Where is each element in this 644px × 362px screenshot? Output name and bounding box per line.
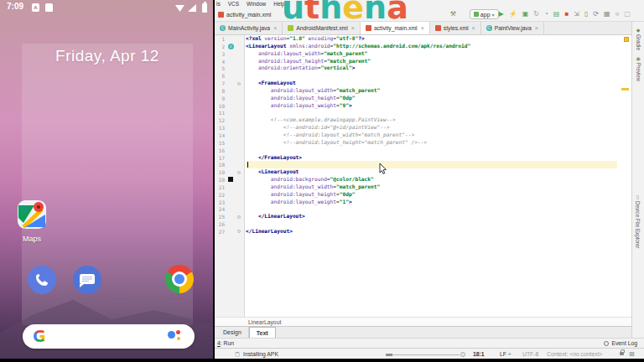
- tab-mainactivity-java[interactable]: CMainActivity.java×: [215, 22, 283, 34]
- stripe-label: Device File Explorer: [635, 201, 641, 248]
- menu-vcs[interactable]: VCS: [228, 1, 239, 7]
- date-widget[interactable]: Friday, Apr 12: [0, 47, 215, 65]
- gutter-row: 3: [215, 50, 244, 58]
- project-structure-icon[interactable]: ▦: [604, 10, 610, 18]
- code-line: android:background="@color/black": [246, 176, 617, 184]
- right-tool-stripe: ◆Gradle◉Preview: [631, 22, 644, 338]
- gutter-row: 13: [215, 124, 244, 132]
- maps-app-icon[interactable]: G Maps: [15, 199, 49, 243]
- line-number: 6: [215, 73, 225, 79]
- gutter-row: 2c: [215, 43, 244, 50]
- file-encoding[interactable]: UTF-8: [522, 351, 538, 357]
- avd-manager-icon[interactable]: ▯: [584, 10, 588, 18]
- line-number: 27: [215, 229, 225, 235]
- fold-marker-icon[interactable]: [237, 215, 241, 219]
- line-number: 24: [215, 206, 225, 212]
- tab-close-icon[interactable]: ×: [472, 25, 475, 31]
- run-tool-window-button[interactable]: 4: Run: [217, 340, 234, 346]
- run-app-icon[interactable]: ▶: [499, 10, 504, 18]
- menu-window[interactable]: Window: [247, 1, 266, 7]
- google-search-bar[interactable]: G: [23, 324, 195, 349]
- scrollbar-warning-mark[interactable]: [621, 88, 629, 90]
- profiler-icon[interactable]: ◔: [544, 10, 548, 18]
- code-line: </LinearLayout>: [246, 213, 617, 220]
- code-line: <!--android:id="@+id/paintView"-->: [246, 124, 617, 132]
- fold-marker-icon[interactable]: [237, 230, 241, 233]
- color-preview-icon[interactable]: [228, 177, 233, 182]
- tab-close-icon[interactable]: ×: [351, 25, 355, 31]
- menu-ls[interactable]: ls: [216, 1, 221, 7]
- tab-close-icon[interactable]: ×: [421, 25, 424, 31]
- code-editor[interactable]: 12c3456789101112131415161718192021222324…: [215, 35, 631, 317]
- run-config-dropdown[interactable]: app ▾: [470, 9, 499, 19]
- tab-activity_main-xml[interactable]: activity_main.xml×: [361, 22, 430, 34]
- stripe-item-gradle[interactable]: ◆Gradle: [632, 27, 644, 50]
- stripe-item-device-file-explorer[interactable]: ▯Device File Explorer: [635, 194, 641, 248]
- fold-marker-icon[interactable]: [237, 171, 241, 174]
- code-line: <!--android:layout_width="match_parent"-…: [246, 132, 617, 139]
- run-config-label: app: [480, 12, 491, 18]
- context-indicator[interactable]: Context: <no context>: [547, 351, 603, 357]
- debug-icon[interactable]: ▣: [522, 10, 529, 18]
- screen: 7:09 A Friday, Apr 12 G Maps: [0, 0, 644, 362]
- tab-styles-xml[interactable]: styles.xml×: [430, 22, 481, 34]
- progress-spinner-icon: [235, 352, 240, 357]
- component-gutter-icon: c: [228, 44, 234, 49]
- mouse-cursor: [379, 163, 387, 174]
- code-line: android:layout_width="match_parent": [246, 184, 617, 191]
- code-line: android:layout_width="match_parent": [246, 87, 617, 95]
- menu-help[interactable]: Help: [273, 1, 284, 7]
- line-number: 1: [215, 36, 225, 42]
- menu-bar: lsVCSWindowHelp: [215, 0, 644, 8]
- tab-androidmanifest-xml[interactable]: AndroidManifest.xml×: [283, 22, 361, 34]
- profile-avatar-icon[interactable]: ▢: [624, 10, 631, 18]
- sync-project-icon[interactable]: ⟳: [593, 10, 599, 18]
- code-line: [246, 147, 617, 154]
- gutter-row: 14: [215, 132, 244, 139]
- wifi-icon: [175, 4, 184, 12]
- line-separator[interactable]: LF ÷: [500, 351, 512, 357]
- line-number: 13: [215, 125, 225, 131]
- stripe-item-preview[interactable]: ◉Preview: [632, 55, 644, 81]
- notification-icon: A: [32, 3, 39, 12]
- line-number: 3: [215, 51, 225, 57]
- line-number: 4: [215, 59, 225, 65]
- tab-close-icon[interactable]: ×: [273, 25, 277, 31]
- fold-marker-icon[interactable]: [237, 82, 241, 85]
- apply-changes-icon[interactable]: ⚡: [509, 10, 517, 18]
- lock-icon[interactable]: [620, 352, 624, 355]
- progress-cancel-icon[interactable]: [460, 352, 465, 357]
- code-line: android:layout_weight="9">: [246, 102, 617, 110]
- tab-design[interactable]: Design: [216, 327, 249, 338]
- gutter-row: 20: [215, 176, 244, 184]
- messages-app-icon[interactable]: [73, 266, 101, 294]
- element-breadcrumb[interactable]: LinearLayout: [215, 317, 644, 326]
- gutter-row: 12: [215, 116, 244, 124]
- code-line: </FrameLayout>: [246, 154, 617, 162]
- assistant-icon[interactable]: [168, 329, 183, 344]
- inspection-status-icon[interactable]: [624, 37, 629, 42]
- tab-label: PaintView.java: [495, 25, 532, 31]
- tab-close-icon[interactable]: ×: [535, 25, 538, 31]
- indexing-icon[interactable]: ⊞: [629, 350, 635, 358]
- line-number: 25: [215, 214, 225, 220]
- emulator-status-bar: 7:09 A: [0, 0, 213, 15]
- tab-text[interactable]: Text: [249, 327, 276, 338]
- stripe-label: Preview: [636, 63, 641, 81]
- event-log-button[interactable]: Event Log: [604, 340, 637, 346]
- search-everywhere-icon[interactable]: ○: [615, 10, 620, 18]
- install-icon[interactable]: ▤: [553, 10, 560, 18]
- attach-debugger-icon[interactable]: ⇲: [574, 10, 579, 18]
- phone-app-icon[interactable]: [28, 266, 56, 294]
- maps-label: Maps: [15, 235, 49, 243]
- navbar-file[interactable]: activity_main.xml: [226, 12, 271, 18]
- chrome-app-icon[interactable]: [165, 265, 194, 293]
- coverage-icon[interactable]: ↻: [533, 10, 539, 18]
- run-tool-window-bar: 4: Run Event Log: [215, 338, 644, 348]
- build-hammer-icon[interactable]: ⚒: [450, 10, 456, 18]
- line-number: 22: [215, 192, 225, 198]
- line-number: 21: [215, 184, 225, 190]
- tab-paintview-java[interactable]: CPaintView.java×: [481, 22, 544, 34]
- stop-icon[interactable]: ■: [564, 10, 569, 18]
- caret-position[interactable]: 18:1: [473, 351, 485, 357]
